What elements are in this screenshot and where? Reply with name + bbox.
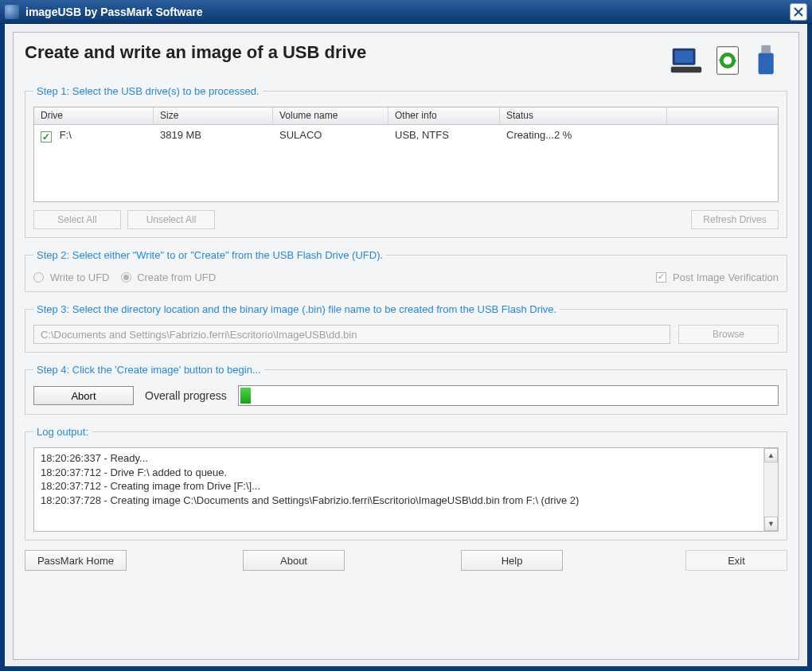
write-radio-wrap[interactable]: Write to UFD — [33, 271, 110, 283]
browse-button[interactable]: Browse — [678, 325, 779, 344]
post-verify-wrap[interactable]: Post Image Verification — [656, 271, 779, 283]
svg-rect-1 — [675, 51, 693, 63]
log-scrollbar[interactable]: ▲ ▼ — [763, 448, 778, 531]
help-button[interactable]: Help — [461, 550, 563, 571]
col-drive[interactable]: Drive — [34, 107, 154, 124]
app-icon — [5, 5, 19, 19]
progress-fill — [240, 388, 251, 404]
exit-button[interactable]: Exit — [685, 550, 787, 571]
scroll-track[interactable] — [764, 462, 778, 517]
usb-device-icon — [751, 42, 787, 79]
svg-rect-2 — [671, 67, 701, 73]
step4-legend: Step 4: Click the 'Create image' button … — [33, 364, 264, 376]
window-body: Create and write an image of a USB drive — [0, 24, 812, 671]
log-section: Log output: 18:20:26:337 - Ready... 18:2… — [25, 426, 787, 540]
abort-button[interactable]: Abort — [33, 386, 134, 405]
status-cell: Creating...2 % — [500, 129, 667, 141]
col-volume[interactable]: Volume name — [273, 107, 388, 124]
radio-icon — [33, 272, 44, 283]
path-input[interactable] — [33, 325, 670, 344]
scroll-down-icon[interactable]: ▼ — [764, 517, 778, 531]
computer-icon — [668, 42, 705, 79]
unselect-all-button[interactable]: Unselect All — [127, 210, 215, 229]
close-button[interactable] — [790, 3, 807, 21]
header-row: Create and write an image of a USB drive — [25, 42, 787, 79]
checkbox-icon — [656, 272, 666, 283]
svg-rect-5 — [759, 53, 774, 74]
progress-label: Overall progress — [145, 389, 227, 402]
col-other[interactable]: Other info — [388, 107, 500, 124]
drive-cell: F:\ — [60, 129, 72, 141]
step1-buttons: Select All Unselect All Refresh Drives — [33, 210, 779, 229]
titlebar: imageUSB by PassMark Software — [0, 0, 812, 24]
col-size[interactable]: Size — [154, 107, 273, 124]
col-status[interactable]: Status — [500, 107, 667, 124]
header-icons — [668, 42, 787, 79]
step2-legend: Step 2: Select either "Write" to or "Cre… — [33, 249, 386, 261]
progress-bar — [238, 385, 779, 406]
drive-checkbox[interactable] — [41, 131, 52, 142]
col-spacer — [667, 107, 778, 124]
other-cell: USB, NTFS — [388, 129, 500, 141]
radio-icon — [121, 272, 131, 283]
post-verify-label: Post Image Verification — [673, 271, 779, 283]
about-button[interactable]: About — [243, 550, 345, 571]
log-legend: Log output: — [33, 426, 92, 438]
scroll-up-icon[interactable]: ▲ — [764, 448, 778, 462]
log-line: 18:20:26:337 - Ready... — [41, 451, 757, 466]
log-line: 18:20:37:712 - Creating image from Drive… — [41, 479, 757, 493]
footer: PassMark Home About Help Exit — [25, 550, 787, 571]
drive-table-header: Drive Size Volume name Other info Status — [34, 107, 778, 125]
refresh-drives-button[interactable]: Refresh Drives — [691, 210, 779, 229]
step1-legend: Step 1: Select the USB drive(s) to be pr… — [33, 85, 263, 97]
close-icon — [794, 7, 803, 17]
log-line: 18:20:37:712 - Drive F:\ added to queue. — [41, 466, 757, 480]
step1: Step 1: Select the USB drive(s) to be pr… — [25, 85, 787, 238]
step2: Step 2: Select either "Write" to or "Cre… — [25, 249, 787, 292]
table-row[interactable]: F:\ 3819 MB SULACO USB, NTFS Creating...… — [34, 125, 778, 144]
step4: Step 4: Click the 'Create image' button … — [25, 364, 787, 415]
log-box: 18:20:26:337 - Ready... 18:20:37:712 - D… — [33, 447, 779, 532]
log-line: 18:20:37:728 - Creating image C:\Documen… — [41, 493, 757, 508]
passmark-home-button[interactable]: PassMark Home — [25, 550, 127, 571]
step3-legend: Step 3: Select the directory location an… — [33, 303, 560, 315]
log-lines[interactable]: 18:20:26:337 - Ready... 18:20:37:712 - D… — [34, 448, 763, 531]
write-radio-label: Write to UFD — [50, 271, 110, 283]
window-title: imageUSB by PassMark Software — [25, 6, 790, 18]
create-radio-wrap[interactable]: Create from UFD — [121, 271, 217, 283]
create-radio-label: Create from UFD — [137, 271, 216, 283]
volume-cell: SULACO — [273, 129, 388, 141]
page-title: Create and write an image of a USB drive — [25, 42, 668, 63]
main-panel: Create and write an image of a USB drive — [13, 32, 799, 660]
select-all-button[interactable]: Select All — [33, 210, 121, 229]
step3: Step 3: Select the directory location an… — [25, 303, 787, 353]
svg-rect-4 — [761, 45, 771, 53]
app-window: imageUSB by PassMark Software Create and… — [0, 0, 812, 671]
page-arrows-icon — [709, 42, 746, 79]
size-cell: 3819 MB — [154, 129, 273, 141]
drive-table: Drive Size Volume name Other info Status… — [33, 107, 779, 202]
